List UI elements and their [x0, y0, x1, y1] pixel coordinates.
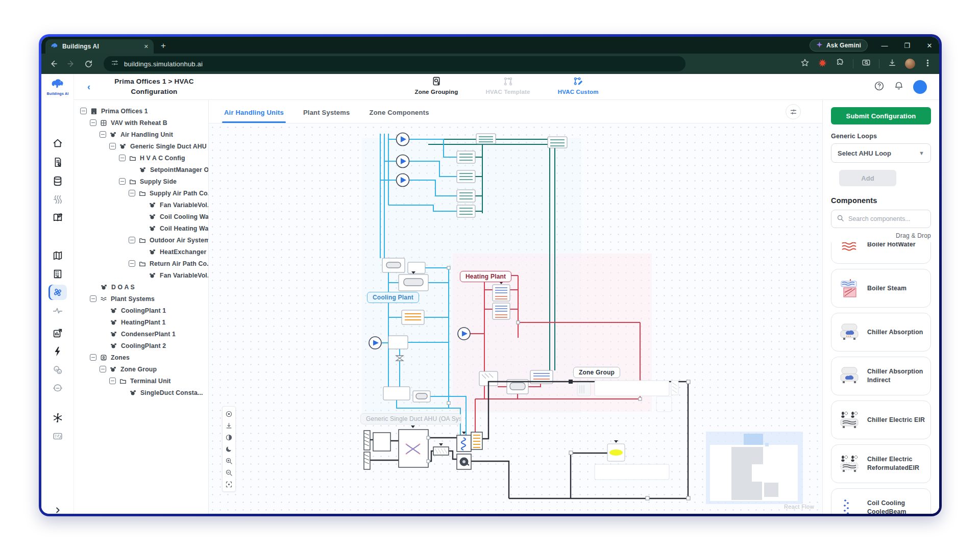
reload-button[interactable] — [83, 59, 93, 69]
tree-item[interactable]: HeatExchanger ... — [80, 246, 206, 258]
canvas-settings-button[interactable] — [786, 104, 801, 119]
canvas-target-button[interactable] — [223, 408, 235, 419]
tree-collapse-toggle[interactable] — [90, 119, 96, 126]
header-nav-zone-grouping[interactable]: Zone Grouping — [414, 76, 458, 95]
component-card[interactable]: Chiller Electric EIR — [831, 400, 931, 439]
canvas-zoom-out-button[interactable] — [223, 467, 235, 478]
user-avatar[interactable] — [913, 80, 927, 94]
tree-item[interactable]: Outdoor Air System — [80, 234, 206, 246]
component-card[interactable]: Chiller Absorption — [831, 313, 931, 352]
sidebar-item-chart-report-icon[interactable] — [48, 325, 67, 341]
window-close-button[interactable]: ✕ — [924, 42, 935, 49]
sidebar-item-snowflake-fan-icon[interactable] — [48, 410, 67, 425]
url-text[interactable]: buildings.simulationhub.ai — [124, 60, 203, 68]
tree-item[interactable]: Fan VariableVol... — [80, 269, 206, 281]
address-bar[interactable]: buildings.simulationhub.ai — [104, 56, 685, 71]
tree-collapse-toggle[interactable] — [80, 108, 87, 114]
ask-gemini-button[interactable]: Ask Gemini — [810, 39, 868, 52]
sidebar-item-card-link-icon[interactable] — [48, 429, 67, 444]
window-minimize-button[interactable]: — — [879, 42, 890, 49]
puzzle-extensions-icon[interactable] — [836, 58, 845, 69]
component-card[interactable]: Boiler HotWater — [831, 242, 931, 264]
site-settings-icon[interactable] — [111, 59, 119, 69]
tree-item[interactable]: CondenserPlant 1 — [80, 328, 206, 340]
kebab-menu-icon[interactable] — [923, 59, 932, 69]
header-nav-hvac-template[interactable]: HVAC Template — [485, 76, 530, 95]
tree-item[interactable]: Supply Side — [80, 176, 206, 187]
screen-search-icon[interactable] — [862, 58, 871, 69]
component-card[interactable]: Coil Cooling CooledBeam — [831, 488, 931, 514]
tree-collapse-toggle[interactable] — [90, 295, 96, 302]
tree-item[interactable]: SingleDuct Consta... — [80, 387, 206, 398]
sidebar-item-pulse-icon[interactable] — [48, 303, 67, 318]
header-nav-hvac-custom[interactable]: HVAC Custom — [558, 76, 599, 95]
notifications-bell-icon[interactable] — [894, 81, 904, 93]
tree-item[interactable]: Fan VariableVol... — [80, 199, 206, 211]
add-button[interactable]: Add — [839, 170, 896, 186]
tree-collapse-toggle[interactable] — [129, 260, 135, 267]
tree-item[interactable]: Supply Air Path Co... — [80, 187, 206, 199]
extension-burst-icon[interactable] — [818, 58, 827, 70]
canvas-theme-disc-button[interactable] — [223, 432, 235, 443]
tab-close-icon[interactable]: ✕ — [144, 43, 149, 50]
tree-item[interactable]: Zone Group — [80, 363, 206, 375]
tree-collapse-toggle[interactable] — [129, 190, 135, 196]
tree-collapse-toggle[interactable] — [119, 178, 126, 185]
component-card[interactable]: Boiler Steam — [831, 269, 931, 308]
app-logo[interactable]: Buildings AI — [41, 78, 74, 95]
sidebar-item-home-icon[interactable] — [48, 136, 67, 151]
zone-group-label[interactable]: Zone Group — [573, 367, 620, 378]
cooling-plant-label[interactable]: Cooling Plant — [367, 292, 419, 303]
tree-collapse-toggle[interactable] — [129, 237, 135, 243]
back-button[interactable] — [48, 59, 59, 69]
sidebar-item-book-map-icon[interactable] — [48, 210, 67, 226]
tree-item[interactable]: VAV with Reheat B — [80, 117, 206, 129]
window-restore-button[interactable]: ❐ — [901, 42, 913, 49]
search-input[interactable] — [848, 215, 925, 222]
sidebar-item-database-icon[interactable] — [48, 173, 67, 189]
tab-air-handling-units[interactable]: Air Handling Units — [224, 109, 284, 123]
tree-item[interactable]: D O A S — [80, 281, 206, 293]
sidebar-item-collapse-chevron-icon[interactable] — [48, 503, 67, 514]
tree-item[interactable]: HeatingPlant 1 — [80, 316, 206, 328]
help-icon[interactable] — [874, 81, 885, 93]
tree-item[interactable]: Plant Systems — [80, 293, 206, 305]
tree-item[interactable]: Coil Cooling Wa... — [80, 211, 206, 222]
tree-collapse-toggle[interactable] — [109, 143, 116, 149]
sidebar-item-heat-waves-icon[interactable] — [48, 192, 67, 207]
sidebar-item-bolt-icon[interactable] — [48, 344, 67, 359]
sidebar-item-building-icon[interactable] — [48, 266, 67, 282]
tree-collapse-toggle[interactable] — [109, 378, 116, 384]
tree-item[interactable]: Generic Single Duct AHU (... — [80, 140, 206, 152]
tree-item[interactable]: CoolingPlant 2 — [80, 340, 206, 352]
tree-item[interactable]: H V A C Config — [80, 152, 206, 164]
sidebar-item-fan-icon[interactable] — [48, 285, 67, 300]
tree-item[interactable]: CoolingPlant 1 — [80, 305, 206, 316]
tree-item[interactable]: Coil Heating Wa... — [80, 222, 206, 234]
bookmark-star-icon[interactable] — [800, 58, 810, 69]
download-icon[interactable] — [888, 58, 897, 69]
tree-item[interactable]: Terminal Unit — [80, 375, 206, 387]
heating-plant-label[interactable]: Heating Plant — [460, 271, 511, 282]
canvas-dark-mode-button[interactable] — [223, 443, 235, 455]
flow-canvas[interactable]: Cooling Plant Heating Plant Zone Group G… — [209, 123, 822, 514]
tree-collapse-toggle[interactable] — [100, 366, 106, 372]
sidebar-item-comfort-icon[interactable] — [48, 362, 67, 378]
browser-tab[interactable]: Buildings AI ✕ — [45, 39, 154, 54]
sidebar-item-map-icon[interactable] — [48, 248, 67, 263]
tree-collapse-toggle[interactable] — [100, 131, 106, 138]
new-tab-button[interactable]: + — [161, 41, 166, 51]
tree-collapse-toggle[interactable] — [119, 155, 126, 161]
sidebar-item-mask-icon[interactable] — [48, 381, 67, 396]
tree-item[interactable]: Prima Offices 1 — [80, 105, 206, 117]
component-card[interactable]: Chiller Electric ReformulatedEIR — [831, 444, 931, 483]
forward-button[interactable] — [66, 59, 76, 69]
canvas-download-state-button[interactable] — [223, 420, 235, 431]
tree-item[interactable]: Zones — [80, 352, 206, 363]
component-card[interactable]: Chiller Absorption Indirect — [831, 357, 931, 395]
ahu-loop-select[interactable]: Select AHU Loop ▼ — [831, 143, 931, 163]
tab-plant-systems[interactable]: Plant Systems — [303, 109, 350, 123]
canvas-fit-view-button[interactable] — [223, 479, 235, 490]
canvas-zoom-in-button[interactable] — [223, 455, 235, 466]
tree-item[interactable]: Return Air Path Co... — [80, 258, 206, 269]
